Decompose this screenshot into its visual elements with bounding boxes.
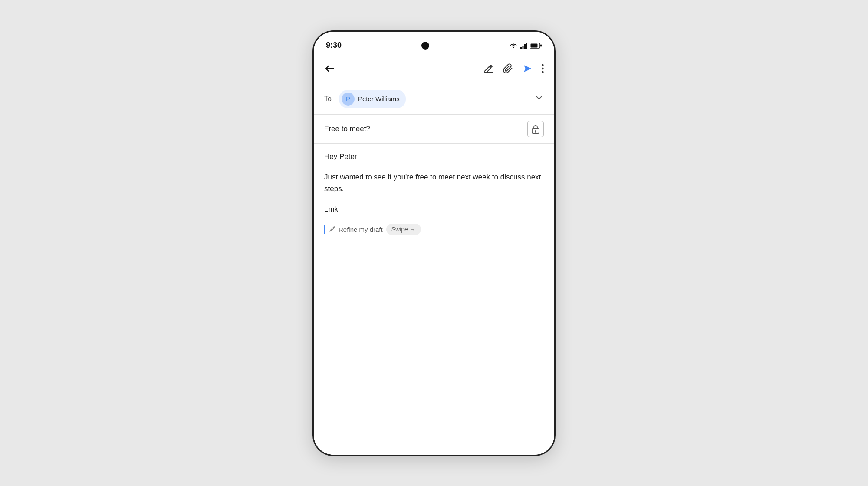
ai-suggestion-bar: Refine my draft Swipe → — [324, 224, 544, 235]
attach-icon[interactable] — [503, 63, 513, 76]
svg-point-11 — [542, 71, 543, 73]
svg-rect-2 — [523, 46, 524, 49]
svg-rect-6 — [531, 43, 538, 47]
pencil-sparkle-icon — [329, 226, 336, 233]
swipe-label: Swipe → — [391, 226, 416, 233]
send-button[interactable] — [522, 63, 533, 76]
wifi-icon — [509, 42, 518, 49]
to-field-expand-button[interactable] — [534, 93, 544, 105]
svg-rect-1 — [520, 47, 522, 49]
recipient-name: Peter Williams — [358, 95, 400, 102]
svg-rect-7 — [540, 44, 542, 46]
toolbar — [314, 56, 554, 84]
body-greeting: Hey Peter! — [324, 151, 544, 162]
svg-rect-4 — [526, 43, 528, 49]
refine-draft-label: Refine my draft — [339, 226, 383, 233]
to-field: To P Peter Williams — [314, 84, 554, 114]
subject-field: Free to meet? — [314, 114, 554, 143]
svg-point-9 — [542, 64, 543, 66]
subject-text[interactable]: Free to meet? — [324, 125, 527, 133]
lock-icon — [531, 124, 540, 134]
recipient-chip[interactable]: P Peter Williams — [339, 90, 406, 108]
svg-point-10 — [542, 67, 543, 69]
front-camera-dot — [421, 42, 429, 50]
status-icons — [509, 42, 542, 49]
svg-point-0 — [513, 47, 514, 48]
toolbar-actions — [483, 63, 544, 76]
lock-button[interactable] — [527, 121, 544, 137]
refine-draft-button[interactable]: Refine my draft — [329, 226, 383, 233]
text-cursor — [324, 225, 326, 234]
phone-screen: 9:30 — [314, 32, 554, 455]
status-time: 9:30 — [326, 41, 342, 50]
email-body[interactable]: Hey Peter! Just wanted to see if you're … — [314, 143, 554, 455]
swipe-button[interactable]: Swipe → — [386, 224, 421, 235]
signal-icon — [520, 43, 527, 49]
to-label: To — [324, 95, 333, 103]
back-button[interactable] — [324, 63, 335, 76]
body-closing: Lmk — [324, 203, 544, 215]
status-bar: 9:30 — [314, 32, 554, 56]
body-paragraph: Just wanted to see if you're free to mee… — [324, 171, 544, 195]
recipient-avatar: P — [342, 93, 355, 106]
svg-rect-3 — [524, 44, 526, 49]
battery-icon — [530, 43, 542, 49]
format-icon[interactable] — [483, 63, 494, 76]
more-options-button[interactable] — [542, 64, 544, 76]
phone-frame: 9:30 — [312, 30, 556, 456]
